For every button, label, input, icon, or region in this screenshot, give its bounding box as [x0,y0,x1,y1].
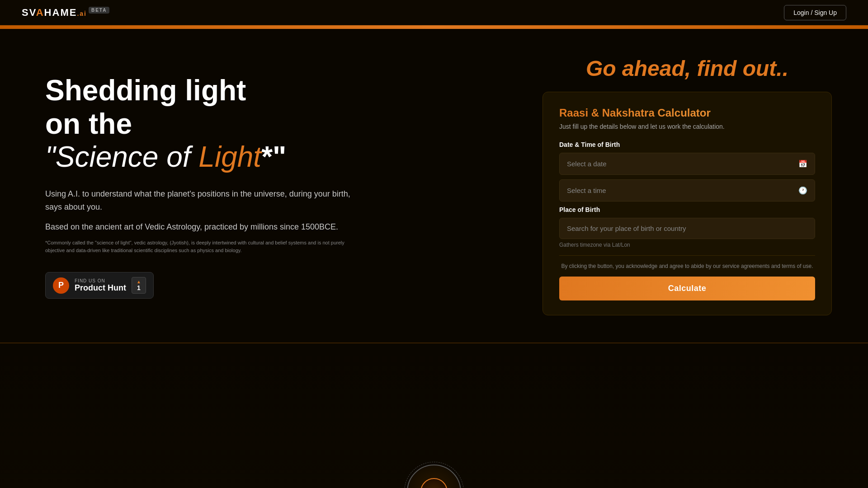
fine-print: *Commonly called the "science of light",… [45,239,353,254]
divider [559,255,815,256]
product-hunt-number: 1 [137,284,141,291]
icon-rings [404,462,464,488]
go-ahead-title: Go ahead, find out.. [542,56,832,81]
logo-hame: HAME [44,7,77,18]
logo-area: SVAHAME.aiBETA [22,7,109,19]
logo-a: A [36,7,44,18]
calculator-subtitle: Just fill up the details below and let u… [559,123,815,130]
product-hunt-name: Product Hunt [75,283,126,293]
beta-badge: BETA [89,7,109,14]
place-birth-section: Place of Birth Gathers timezone via Lat/… [559,206,815,248]
place-birth-label: Place of Birth [559,206,815,213]
orange-bar [0,25,868,29]
date-input[interactable] [567,160,798,168]
time-input[interactable] [567,187,798,194]
login-button[interactable]: Login / Sign Up [784,5,846,20]
left-section: Shedding light on the "Science of Light*… [45,56,389,299]
headline-orange: Light [198,141,261,173]
terms-text: By clicking the button, you acknowledge … [559,263,815,269]
calculator-card: Raasi & Nakshatra Calculator Just fill u… [542,92,832,315]
bottom-decorative-icon [407,465,461,488]
place-birth-input[interactable] [559,218,815,239]
clock-icon: 🕐 [798,186,807,195]
time-input-wrapper[interactable]: 🕐 [559,179,815,202]
product-hunt-icon: P [53,277,69,294]
logo-sv: SV [22,7,36,18]
product-hunt-count: ▲ 1 [132,277,146,294]
product-hunt-badge[interactable]: P FIND US ON Product Hunt ▲ 1 [45,272,154,299]
logo: SVAHAME.aiBETA [22,7,109,19]
right-section: Go ahead, find out.. Raasi & Nakshatra C… [542,56,832,315]
timezone-note: Gathers timezone via Lat/Lon [559,242,815,248]
header: SVAHAME.aiBETA Login / Sign Up [0,0,868,25]
calculate-button[interactable]: Calculate [559,277,815,300]
footer-area [0,343,868,488]
headline-suffix: *" [261,141,286,173]
product-hunt-find-us: FIND US ON [75,278,126,283]
product-hunt-text: FIND US ON Product Hunt [75,278,126,293]
main-content: Shedding light on the "Science of Light*… [0,29,868,343]
logo-ai: .ai [77,10,87,17]
upvote-arrow-icon: ▲ [137,279,141,284]
based-on: Based on the ancient art of Vedic Astrol… [45,222,353,232]
description: Using A.I. to understand what the planet… [45,188,353,214]
calendar-icon: 📅 [798,160,807,168]
date-time-label: Date & Time of Birth [559,141,815,148]
calculator-title: Raasi & Nakshatra Calculator [559,107,815,119]
headline-italic: "Science of [45,141,198,173]
date-input-wrapper[interactable]: 📅 [559,153,815,175]
date-time-section: Date & Time of Birth 📅 🕐 [559,141,815,202]
headline-line1: Shedding light [45,74,246,107]
headline: Shedding light on the "Science of Light*… [45,74,389,174]
headline-line2: on the [45,108,132,140]
